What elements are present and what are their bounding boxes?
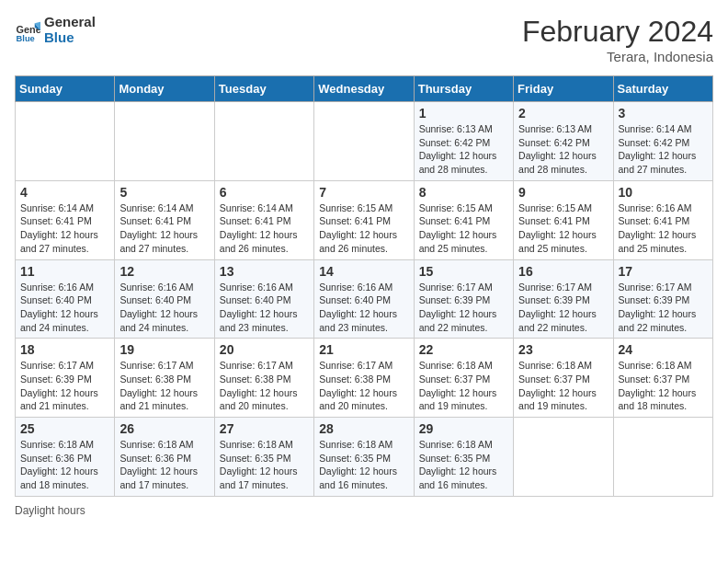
location: Terara, Indonesia (522, 49, 713, 64)
day-info: Sunrise: 6:18 AM Sunset: 6:35 PM Dayligh… (319, 438, 408, 492)
day-number: 16 (518, 264, 608, 279)
week-row-3: 11Sunrise: 6:16 AM Sunset: 6:40 PM Dayli… (16, 259, 713, 339)
day-number: 13 (220, 264, 309, 279)
day-cell: 14Sunrise: 6:16 AM Sunset: 6:40 PM Dayli… (314, 259, 414, 339)
day-cell (514, 418, 613, 497)
month-year: February 2024 (522, 15, 713, 49)
day-number: 7 (319, 185, 408, 200)
day-cell: 28Sunrise: 6:18 AM Sunset: 6:35 PM Dayli… (314, 418, 414, 497)
day-number: 5 (119, 185, 209, 200)
day-info: Sunrise: 6:13 AM Sunset: 6:42 PM Dayligh… (518, 122, 608, 177)
day-info: Sunrise: 6:17 AM Sunset: 6:39 PM Dayligh… (20, 359, 109, 413)
day-number: 17 (619, 264, 708, 279)
day-info: Sunrise: 6:17 AM Sunset: 6:38 PM Dayligh… (319, 359, 408, 413)
day-info: Sunrise: 6:14 AM Sunset: 6:41 PM Dayligh… (119, 201, 209, 256)
day-number: 8 (419, 185, 508, 200)
day-cell (214, 102, 313, 181)
day-cell: 1Sunrise: 6:13 AM Sunset: 6:42 PM Daylig… (414, 102, 513, 181)
day-cell (613, 418, 712, 497)
day-info: Sunrise: 6:18 AM Sunset: 6:37 PM Dayligh… (419, 359, 508, 413)
week-row-5: 25Sunrise: 6:18 AM Sunset: 6:36 PM Dayli… (16, 418, 713, 497)
day-info: Sunrise: 6:18 AM Sunset: 6:37 PM Dayligh… (619, 359, 708, 413)
col-header-saturday: Saturday (613, 76, 712, 102)
day-number: 24 (619, 342, 708, 357)
day-info: Sunrise: 6:15 AM Sunset: 6:41 PM Dayligh… (518, 201, 608, 256)
day-info: Sunrise: 6:17 AM Sunset: 6:39 PM Dayligh… (419, 281, 508, 335)
day-cell: 23Sunrise: 6:18 AM Sunset: 6:37 PM Dayli… (514, 339, 613, 418)
day-cell: 22Sunrise: 6:18 AM Sunset: 6:37 PM Dayli… (414, 339, 513, 418)
day-cell: 9Sunrise: 6:15 AM Sunset: 6:41 PM Daylig… (514, 180, 613, 259)
day-info: Sunrise: 6:18 AM Sunset: 6:35 PM Dayligh… (220, 438, 309, 492)
day-info: Sunrise: 6:18 AM Sunset: 6:35 PM Dayligh… (419, 438, 508, 492)
day-cell: 4Sunrise: 6:14 AM Sunset: 6:41 PM Daylig… (16, 180, 115, 259)
day-number: 25 (20, 421, 109, 436)
day-cell: 29Sunrise: 6:18 AM Sunset: 6:35 PM Dayli… (414, 418, 513, 497)
day-info: Sunrise: 6:17 AM Sunset: 6:39 PM Dayligh… (518, 281, 608, 335)
day-cell: 13Sunrise: 6:16 AM Sunset: 6:40 PM Dayli… (214, 259, 313, 339)
day-cell: 10Sunrise: 6:16 AM Sunset: 6:41 PM Dayli… (613, 180, 712, 259)
day-number: 2 (518, 106, 608, 121)
day-info: Sunrise: 6:16 AM Sunset: 6:40 PM Dayligh… (319, 281, 408, 335)
week-row-4: 18Sunrise: 6:17 AM Sunset: 6:39 PM Dayli… (16, 339, 713, 418)
day-number: 12 (119, 264, 209, 279)
day-cell: 19Sunrise: 6:17 AM Sunset: 6:38 PM Dayli… (115, 339, 214, 418)
day-info: Sunrise: 6:14 AM Sunset: 6:41 PM Dayligh… (220, 201, 309, 256)
day-info: Sunrise: 6:16 AM Sunset: 6:40 PM Dayligh… (20, 281, 109, 335)
col-header-monday: Monday (115, 76, 214, 102)
footer: Daylight hours (15, 504, 713, 517)
calendar-table: SundayMondayTuesdayWednesdayThursdayFrid… (15, 75, 713, 497)
day-cell (314, 102, 414, 181)
day-number: 10 (619, 185, 708, 200)
day-info: Sunrise: 6:16 AM Sunset: 6:41 PM Dayligh… (619, 201, 708, 256)
week-row-1: 1Sunrise: 6:13 AM Sunset: 6:42 PM Daylig… (16, 102, 713, 181)
day-number: 26 (119, 421, 209, 436)
daylight-label: Daylight hours (15, 504, 85, 517)
day-number: 11 (20, 264, 109, 279)
day-info: Sunrise: 6:14 AM Sunset: 6:42 PM Dayligh… (619, 122, 708, 177)
day-cell: 12Sunrise: 6:16 AM Sunset: 6:40 PM Dayli… (115, 259, 214, 339)
title-block: February 2024 Terara, Indonesia (522, 15, 713, 64)
day-number: 21 (319, 342, 408, 357)
day-info: Sunrise: 6:17 AM Sunset: 6:38 PM Dayligh… (220, 359, 309, 413)
col-header-sunday: Sunday (16, 76, 115, 102)
day-info: Sunrise: 6:14 AM Sunset: 6:41 PM Dayligh… (20, 201, 109, 256)
day-cell: 2Sunrise: 6:13 AM Sunset: 6:42 PM Daylig… (514, 102, 613, 181)
col-header-friday: Friday (514, 76, 613, 102)
day-number: 1 (419, 106, 508, 121)
header-row: SundayMondayTuesdayWednesdayThursdayFrid… (16, 76, 713, 102)
day-cell: 11Sunrise: 6:16 AM Sunset: 6:40 PM Dayli… (16, 259, 115, 339)
svg-text:Blue: Blue (17, 34, 35, 43)
day-info: Sunrise: 6:18 AM Sunset: 6:37 PM Dayligh… (518, 359, 608, 413)
day-number: 18 (20, 342, 109, 357)
day-info: Sunrise: 6:15 AM Sunset: 6:41 PM Dayligh… (319, 201, 408, 256)
day-info: Sunrise: 6:18 AM Sunset: 6:36 PM Dayligh… (119, 438, 209, 492)
day-number: 29 (419, 421, 508, 436)
day-cell: 20Sunrise: 6:17 AM Sunset: 6:38 PM Dayli… (214, 339, 313, 418)
day-number: 15 (419, 264, 508, 279)
day-number: 3 (619, 106, 708, 121)
day-cell: 8Sunrise: 6:15 AM Sunset: 6:41 PM Daylig… (414, 180, 513, 259)
day-info: Sunrise: 6:16 AM Sunset: 6:40 PM Dayligh… (220, 281, 309, 335)
day-info: Sunrise: 6:17 AM Sunset: 6:38 PM Dayligh… (119, 359, 209, 413)
day-cell: 18Sunrise: 6:17 AM Sunset: 6:39 PM Dayli… (16, 339, 115, 418)
day-cell: 6Sunrise: 6:14 AM Sunset: 6:41 PM Daylig… (214, 180, 313, 259)
logo: General Blue General Blue (15, 15, 96, 45)
day-cell: 24Sunrise: 6:18 AM Sunset: 6:37 PM Dayli… (613, 339, 712, 418)
day-number: 9 (518, 185, 608, 200)
day-cell: 21Sunrise: 6:17 AM Sunset: 6:38 PM Dayli… (314, 339, 414, 418)
day-info: Sunrise: 6:13 AM Sunset: 6:42 PM Dayligh… (419, 122, 508, 177)
day-number: 22 (419, 342, 508, 357)
logo-icon: General Blue (15, 17, 40, 43)
day-number: 6 (220, 185, 309, 200)
day-cell: 25Sunrise: 6:18 AM Sunset: 6:36 PM Dayli… (16, 418, 115, 497)
logo-line1: General (44, 15, 96, 30)
day-cell (115, 102, 214, 181)
day-number: 14 (319, 264, 408, 279)
day-cell: 3Sunrise: 6:14 AM Sunset: 6:42 PM Daylig… (613, 102, 712, 181)
day-number: 28 (319, 421, 408, 436)
day-cell: 7Sunrise: 6:15 AM Sunset: 6:41 PM Daylig… (314, 180, 414, 259)
day-cell: 16Sunrise: 6:17 AM Sunset: 6:39 PM Dayli… (514, 259, 613, 339)
col-header-tuesday: Tuesday (214, 76, 313, 102)
page-header: General Blue General Blue February 2024 … (15, 15, 713, 64)
week-row-2: 4Sunrise: 6:14 AM Sunset: 6:41 PM Daylig… (16, 180, 713, 259)
